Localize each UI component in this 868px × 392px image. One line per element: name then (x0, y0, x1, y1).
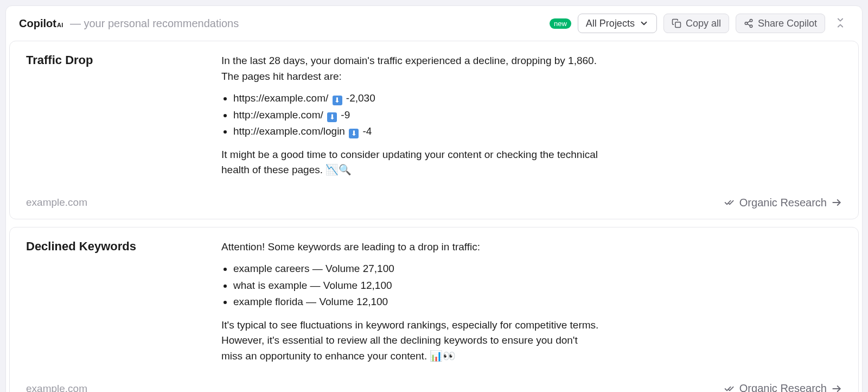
copy-all-label: Copy all (686, 18, 721, 28)
card-domain: example.com (26, 197, 87, 208)
card-item-list: https://example.com/ ⬇ -2,030 http://exa… (233, 91, 601, 140)
app-title: CopilotAI (19, 17, 63, 30)
share-icon (744, 18, 754, 28)
card-body: In the last 28 days, your domain's traff… (221, 53, 601, 185)
down-arrow-icon: ⬇ (333, 96, 342, 105)
organic-research-label: Organic Research (739, 197, 827, 209)
app-title-sup: AI (57, 22, 63, 28)
card-item-list: example careers — Volume 27,100 what is … (233, 261, 601, 310)
list-item: what is example — Volume 12,100 (233, 278, 601, 294)
card-title: Declined Keywords (26, 239, 210, 371)
card-outro: It's typical to see fluctuations in keyw… (221, 318, 601, 364)
app-subtitle: — your personal recommendations (70, 17, 239, 30)
copy-icon (672, 18, 681, 28)
list-item: example careers — Volume 27,100 (233, 261, 601, 277)
card-intro: Attention! Some keywords are leading to … (221, 239, 601, 255)
arrow-right-icon (831, 197, 842, 208)
copilot-panel: CopilotAI — your personal recommendation… (5, 5, 863, 392)
new-badge: new (550, 18, 571, 29)
svg-line-5 (747, 21, 750, 23)
svg-rect-0 (675, 22, 681, 28)
collapse-icon (835, 17, 846, 28)
list-item: http://example.com/ ⬇ -9 (233, 108, 601, 123)
cards-container: Traffic Drop In the last 28 days, your d… (6, 41, 862, 392)
list-item: http://example.com/login ⬇ -4 (233, 124, 601, 140)
card-title: Traffic Drop (26, 53, 210, 185)
share-button[interactable]: Share Copilot (736, 14, 825, 33)
card-declined-keywords: Declined Keywords Attention! Some keywor… (9, 227, 859, 393)
project-selector[interactable]: All Projects (578, 14, 657, 33)
down-arrow-icon: ⬇ (327, 112, 337, 122)
card-intro: In the last 28 days, your domain's traff… (221, 53, 601, 84)
card-domain: example.com (26, 383, 87, 393)
svg-line-4 (747, 24, 750, 26)
card-footer: example.com Organic Research (26, 193, 842, 209)
share-label: Share Copilot (758, 18, 817, 28)
double-check-icon (724, 197, 735, 208)
list-item: https://example.com/ ⬇ -2,030 (233, 91, 601, 106)
double-check-icon (724, 383, 735, 393)
organic-research-label: Organic Research (739, 382, 827, 392)
card-traffic-drop: Traffic Drop In the last 28 days, your d… (9, 41, 859, 219)
copy-all-button[interactable]: Copy all (663, 14, 729, 33)
header: CopilotAI — your personal recommendation… (6, 6, 862, 41)
project-selector-label: All Projects (586, 18, 635, 28)
chevron-down-icon (639, 18, 649, 28)
app-title-main: Copilot (19, 17, 56, 30)
close-button[interactable] (832, 14, 849, 33)
card-body: Attention! Some keywords are leading to … (221, 239, 601, 371)
card-footer: example.com Organic Research (26, 379, 842, 392)
organic-research-link[interactable]: Organic Research (724, 197, 842, 209)
down-arrow-icon: ⬇ (349, 129, 359, 138)
card-outro: It might be a good time to consider upda… (221, 147, 601, 178)
organic-research-link[interactable]: Organic Research (724, 382, 842, 392)
arrow-right-icon (831, 383, 842, 393)
list-item: example florida — Volume 12,100 (233, 294, 601, 310)
